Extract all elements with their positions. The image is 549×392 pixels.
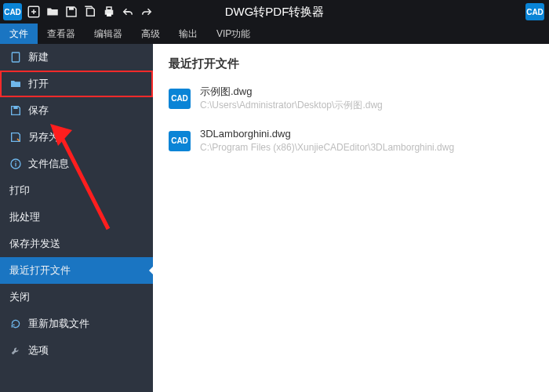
wrench-icon bbox=[9, 344, 22, 357]
sidebar-item-label: 新建 bbox=[28, 50, 49, 64]
sidebar-item[interactable]: 打开 bbox=[0, 71, 153, 97]
sidebar-item-label: 另存为 bbox=[28, 130, 59, 144]
sidebar-item[interactable]: 另存为 bbox=[0, 124, 153, 151]
info-icon bbox=[9, 158, 22, 170]
save-icon[interactable] bbox=[64, 5, 78, 19]
recent-file-path: C:\Users\Administrator\Desktop\示例图.dwg bbox=[200, 99, 383, 112]
svg-rect-9 bbox=[15, 161, 16, 162]
svg-rect-8 bbox=[15, 163, 16, 167]
save-icon bbox=[9, 104, 22, 117]
open-folder-icon[interactable] bbox=[45, 5, 60, 19]
sidebar-item-label: 批处理 bbox=[9, 210, 40, 224]
menu-tab[interactable]: VIP功能 bbox=[207, 24, 260, 44]
sidebar-item[interactable]: 关闭 bbox=[0, 284, 153, 310]
menu-tab[interactable]: 输出 bbox=[169, 24, 207, 44]
svg-rect-5 bbox=[12, 53, 19, 62]
sidebar-item-label: 打开 bbox=[28, 77, 49, 91]
file-icon bbox=[9, 51, 22, 64]
sidebar-item-label: 文件信息 bbox=[28, 157, 69, 171]
print-icon[interactable] bbox=[102, 5, 116, 19]
recent-file-path: C:\Program Files (x86)\XunjieCADEditor\3… bbox=[200, 141, 454, 154]
sidebar-item-label: 保存 bbox=[28, 103, 49, 118]
sidebar: 新建打开保存另存为文件信息打印批处理保存并发送最近打开文件关闭重新加载文件选项 bbox=[0, 44, 153, 392]
svg-rect-1 bbox=[69, 7, 74, 10]
menu-tab[interactable]: 高级 bbox=[132, 24, 169, 44]
sidebar-item[interactable]: 保存并发送 bbox=[0, 230, 153, 257]
sidebar-item-label: 重新加载文件 bbox=[28, 317, 89, 331]
menu-bar: 文件查看器编辑器高级输出VIP功能 bbox=[0, 24, 549, 44]
sidebar-item[interactable]: 批处理 bbox=[0, 204, 153, 230]
recent-file-meta: 3DLamborghini.dwgC:\Program Files (x86)\… bbox=[200, 128, 454, 154]
sidebar-item[interactable]: 最近打开文件 bbox=[0, 257, 153, 284]
cad-file-icon: CAD bbox=[169, 89, 191, 109]
menu-tab[interactable]: 文件 bbox=[0, 24, 38, 44]
sidebar-item-label: 选项 bbox=[28, 343, 49, 358]
recent-file-item[interactable]: CAD示例图.dwgC:\Users\Administrator\Desktop… bbox=[169, 85, 533, 112]
cad-file-icon: CAD bbox=[169, 131, 191, 151]
undo-icon[interactable] bbox=[121, 5, 135, 19]
folder-icon bbox=[9, 78, 22, 90]
toolbar-quick-actions: CAD bbox=[0, 3, 154, 20]
save-all-icon[interactable] bbox=[83, 5, 97, 19]
reload-icon bbox=[9, 318, 22, 330]
svg-rect-3 bbox=[107, 7, 111, 10]
cad-badge-icon[interactable]: CAD bbox=[525, 3, 544, 20]
sidebar-item[interactable]: 保存 bbox=[0, 97, 153, 124]
recent-file-name: 3DLamborghini.dwg bbox=[200, 128, 454, 141]
recent-file-meta: 示例图.dwgC:\Users\Administrator\Desktop\示例… bbox=[200, 85, 383, 112]
redo-icon[interactable] bbox=[140, 5, 154, 19]
recent-file-name: 示例图.dwg bbox=[200, 85, 383, 99]
body: 新建打开保存另存为文件信息打印批处理保存并发送最近打开文件关闭重新加载文件选项 … bbox=[0, 44, 549, 392]
recent-heading: 最近打开文件 bbox=[169, 56, 533, 71]
new-file-icon[interactable] bbox=[27, 5, 41, 19]
saveas-icon bbox=[9, 131, 22, 143]
svg-rect-6 bbox=[13, 107, 17, 109]
sidebar-item-label: 关闭 bbox=[9, 290, 30, 304]
sidebar-item-label: 最近打开文件 bbox=[9, 263, 71, 278]
sidebar-item[interactable]: 打印 bbox=[0, 177, 153, 204]
sidebar-item[interactable]: 重新加载文件 bbox=[0, 310, 153, 337]
recent-file-item[interactable]: CAD3DLamborghini.dwgC:\Program Files (x8… bbox=[169, 128, 533, 154]
app-logo-icon: CAD bbox=[3, 3, 22, 20]
sidebar-item-label: 打印 bbox=[9, 183, 30, 198]
content-pane: 最近打开文件 CAD示例图.dwgC:\Users\Administrator\… bbox=[153, 44, 549, 392]
menu-tab[interactable]: 编辑器 bbox=[85, 24, 132, 44]
menu-tab[interactable]: 查看器 bbox=[38, 24, 85, 44]
title-bar: CAD DWG转PDF转换器 CAD bbox=[0, 0, 549, 24]
app-window: CAD DWG转PDF转换器 CAD 文件查看器编辑器高级输出VIP功能 新建打… bbox=[0, 0, 549, 392]
recent-files-list: CAD示例图.dwgC:\Users\Administrator\Desktop… bbox=[169, 85, 533, 154]
svg-rect-4 bbox=[107, 13, 111, 16]
sidebar-item[interactable]: 新建 bbox=[0, 44, 153, 71]
sidebar-item[interactable]: 选项 bbox=[0, 337, 153, 364]
sidebar-item[interactable]: 文件信息 bbox=[0, 151, 153, 177]
sidebar-item-label: 保存并发送 bbox=[9, 237, 60, 251]
